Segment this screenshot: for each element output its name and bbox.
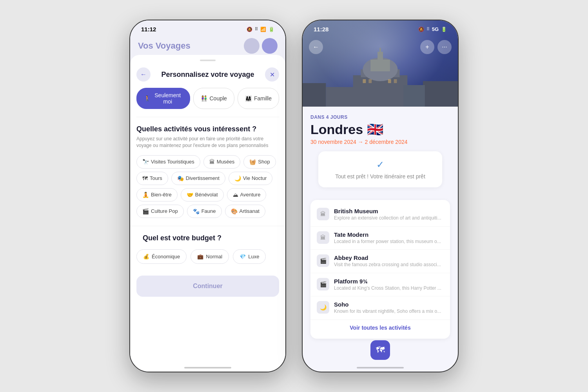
economique-icon: 💰 bbox=[143, 254, 149, 260]
budget-normal[interactable]: 💼 Normal bbox=[191, 249, 229, 264]
sheet-handle bbox=[200, 60, 216, 61]
british-museum-icon: 🏛 bbox=[317, 208, 329, 220]
continue-button[interactable]: Continuer bbox=[136, 276, 279, 297]
see-all-button[interactable]: Voir toutes les activités bbox=[310, 320, 450, 336]
luxe-icon: 💎 bbox=[240, 254, 246, 260]
tate-icon: 🏛 bbox=[317, 231, 329, 244]
hero-back-button[interactable]: ← bbox=[309, 40, 323, 54]
tag-visites[interactable]: 🔭Visites Touristiques bbox=[136, 155, 200, 169]
place-item-british-museum[interactable]: 🏛 British Museum Explore an extensive co… bbox=[310, 203, 450, 227]
avatar-btn-2[interactable] bbox=[262, 38, 278, 54]
svg-rect-9 bbox=[403, 85, 425, 107]
shop-icon: 🧺 bbox=[249, 159, 256, 165]
tag-musees[interactable]: 🏛Musées bbox=[203, 155, 241, 169]
status-icons-right: 🔕 ⠿ 5G 🔋 bbox=[418, 26, 447, 32]
avatar-btn[interactable] bbox=[244, 38, 260, 54]
travel-type-buttons: 🚶 Seulement moi 👫 Couple 👨‍👩‍👧 Famille bbox=[130, 88, 285, 117]
type-couple-button[interactable]: 👫 Couple bbox=[193, 88, 234, 109]
aventure-icon: ⛰ bbox=[233, 192, 238, 198]
signal-right: ⠿ bbox=[426, 27, 430, 32]
app-title: Vos Voyages bbox=[138, 41, 241, 51]
app-header: Vos Voyages bbox=[130, 35, 285, 58]
budget-section: Quel est votre budget ? 💰 Économique 💼 N… bbox=[130, 226, 285, 272]
back-button[interactable]: ← bbox=[136, 67, 151, 82]
date-range: 30 novembre 2024 → 2 décembre 2024 bbox=[310, 139, 450, 145]
solo-icon: 🚶 bbox=[144, 95, 151, 102]
home-indicator-left bbox=[184, 367, 231, 368]
svg-rect-10 bbox=[363, 79, 366, 83]
hero-nav: ← + ··· bbox=[303, 40, 458, 54]
days-badge: DANS 4 JOURS bbox=[310, 114, 450, 120]
activities-subtitle: Appuyez sur une activité pour en faire u… bbox=[130, 136, 285, 155]
signal-icon: ⠿ bbox=[255, 27, 258, 32]
divider-1 bbox=[136, 117, 279, 117]
bienetre-icon: 🧘 bbox=[142, 192, 149, 198]
left-phone: 11:12 🔕 ⠿ 📶 🔋 Vos Voyages ← Personnalise… bbox=[129, 20, 286, 372]
tag-culture[interactable]: 🎬Culture Pop bbox=[136, 205, 184, 218]
nuit-icon: 🌙 bbox=[234, 175, 241, 181]
tag-benevolat[interactable]: 🤝Bénévolat bbox=[181, 188, 224, 201]
home-indicator-right bbox=[357, 367, 404, 368]
budget-title: Quel est votre budget ? bbox=[136, 234, 279, 245]
svg-rect-13 bbox=[394, 79, 397, 83]
budget-buttons: 💰 Économique 💼 Normal 💎 Luxe bbox=[136, 245, 279, 272]
tag-bienetre[interactable]: 🧘Bien-être bbox=[136, 188, 178, 201]
place-item-abbey[interactable]: 🎬 Abbey Road Visit the famous zebra cros… bbox=[310, 250, 450, 273]
map-tab-button[interactable]: 🗺 bbox=[370, 340, 390, 360]
divert-icon: 🎭 bbox=[177, 175, 184, 181]
activities-title: Quelles activités vous intéressent ? bbox=[130, 125, 285, 136]
artisanat-icon: 🎨 bbox=[231, 208, 238, 214]
culture-icon: 🎬 bbox=[142, 208, 149, 214]
place-item-soho[interactable]: 🌙 Soho Known for its vibrant nightlife, … bbox=[310, 296, 450, 320]
platform-info: Platform 9¾ Located at King's Cross Stat… bbox=[334, 278, 444, 292]
normal-icon: 💼 bbox=[197, 254, 203, 260]
close-button[interactable]: ✕ bbox=[265, 67, 279, 82]
tag-divertissement[interactable]: 🎭Divertissement bbox=[171, 172, 225, 185]
time-left: 11:12 bbox=[141, 26, 156, 33]
mute-icon: 🔕 bbox=[247, 27, 252, 32]
soho-name: Soho bbox=[334, 301, 444, 308]
hero-more-button[interactable]: ··· bbox=[437, 40, 452, 54]
british-museum-name: British Museum bbox=[334, 208, 444, 214]
ready-text: Tout est prêt ! Votre itinéraire est prê… bbox=[326, 173, 434, 180]
svg-rect-12 bbox=[388, 79, 391, 83]
wifi-icon: 📶 bbox=[260, 27, 266, 32]
time-right: 11:28 bbox=[314, 26, 328, 33]
activity-tags: 🔭Visites Touristiques 🏛Musées 🧺Shop 🗺Tou… bbox=[130, 155, 285, 224]
musees-icon: 🏛 bbox=[209, 159, 215, 165]
tate-info: Tate Modern Located in a former power st… bbox=[334, 231, 444, 245]
status-bar-left: 11:12 🔕 ⠿ 📶 🔋 bbox=[130, 20, 285, 35]
visites-icon: 🔭 bbox=[142, 159, 149, 165]
place-item-tate[interactable]: 🏛 Tate Modern Located in a former power … bbox=[310, 227, 450, 250]
soho-info: Soho Known for its vibrant nightlife, So… bbox=[334, 301, 444, 315]
bottom-sheet: ← Personnalisez votre voyage ✕ 🚶 Seuleme… bbox=[130, 55, 285, 372]
abbey-info: Abbey Road Visit the famous zebra crossi… bbox=[334, 254, 444, 268]
british-museum-desc: Explore an extensive collection of art a… bbox=[334, 215, 444, 221]
abbey-name: Abbey Road bbox=[334, 254, 444, 261]
sheet-header: ← Personnalisez votre voyage ✕ bbox=[130, 67, 285, 88]
tag-tours[interactable]: 🗺Tours bbox=[136, 172, 168, 185]
type-solo-button[interactable]: 🚶 Seulement moi bbox=[136, 88, 190, 109]
family-icon: 👨‍👩‍👧 bbox=[245, 95, 252, 102]
status-icons-left: 🔕 ⠿ 📶 🔋 bbox=[247, 27, 274, 32]
tag-nuit[interactable]: 🌙Vie Noctur bbox=[229, 172, 272, 185]
couple-icon: 👫 bbox=[201, 95, 207, 102]
places-list-card: 🏛 British Museum Explore an extensive co… bbox=[310, 200, 450, 339]
tag-shop[interactable]: 🧺Shop bbox=[243, 155, 276, 169]
abbey-desc: Visit the famous zebra crossing and stud… bbox=[334, 262, 444, 268]
place-item-platform[interactable]: 🎬 Platform 9¾ Located at King's Cross St… bbox=[310, 273, 450, 297]
platform-desc: Located at King's Cross Station, this Ha… bbox=[334, 285, 444, 292]
budget-luxe[interactable]: 💎 Luxe bbox=[233, 249, 266, 264]
tag-faune[interactable]: 🐾Faune bbox=[187, 205, 222, 218]
type-family-button[interactable]: 👨‍👩‍👧 Famille bbox=[238, 88, 279, 109]
status-bar-right: 11:28 🔕 ⠿ 5G 🔋 bbox=[303, 20, 458, 35]
benevolat-icon: 🤝 bbox=[187, 192, 193, 198]
tag-artisanat[interactable]: 🎨Artisanat bbox=[225, 205, 265, 218]
bottom-tab-right: 🗺 bbox=[303, 336, 458, 364]
budget-economique[interactable]: 💰 Économique bbox=[136, 249, 187, 264]
hero-add-button[interactable]: + bbox=[420, 40, 434, 54]
check-icon: ✓ bbox=[326, 159, 434, 170]
tag-aventure[interactable]: ⛰Aventure bbox=[227, 188, 267, 201]
faune-icon: 🐾 bbox=[193, 208, 200, 214]
soho-desc: Known for its vibrant nightlife, Soho of… bbox=[334, 309, 444, 315]
